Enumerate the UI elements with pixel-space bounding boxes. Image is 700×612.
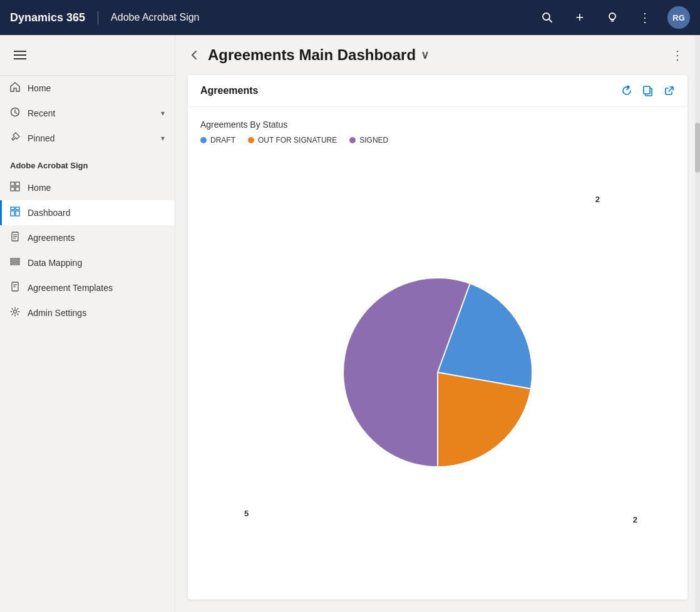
sidebar-pinned-label: Pinned [28, 133, 55, 143]
agreement-templates-label: Agreement Templates [28, 283, 113, 293]
legend-signed: SIGNED [349, 136, 388, 145]
search-icon[interactable] [537, 8, 557, 28]
svg-rect-7 [11, 182, 14, 186]
svg-rect-20 [11, 261, 19, 262]
sidebar-item-dashboard[interactable]: Dashboard [0, 200, 175, 225]
card-header: Agreements [188, 75, 687, 107]
sidebar-item-home[interactable]: Home [0, 76, 175, 101]
sidebar-top [0, 35, 175, 76]
admin-settings-label: Admin Settings [28, 308, 86, 318]
recent-icon [10, 107, 20, 120]
legend-out-for-signature-label: OUT FOR SIGNATURE [258, 136, 337, 145]
chart-area: Agreements By Status DRAFT OUT FOR SIGNA… [188, 107, 687, 599]
main-header: Agreements Main Dashboard ∨ ⋮ [175, 35, 700, 75]
page-title-text: Agreements Main Dashboard [208, 46, 416, 64]
dynamics-title: Dynamics 365 [10, 11, 98, 24]
sidebar-item-admin-settings[interactable]: Admin Settings [0, 300, 175, 325]
out-for-sig-value-label: 2 [633, 515, 637, 524]
sidebar: Home Recent ▾ Pinned ▾ Adobe Acrobat Sig… [0, 35, 175, 612]
signed-value-label: 5 [244, 509, 249, 518]
pie-chart-container: 2 2 5 [200, 157, 675, 587]
sidebar-item-agreement-templates[interactable]: Agreement Templates [0, 275, 175, 300]
copy-button[interactable] [642, 85, 654, 96]
pinned-icon [10, 132, 20, 145]
legend-draft-label: DRAFT [210, 136, 235, 145]
data-mapping-label: Data Mapping [28, 258, 82, 268]
agreements-icon [10, 232, 20, 244]
draft-value-label: 2 [595, 195, 600, 204]
svg-rect-19 [11, 258, 19, 260]
agreements-label: Agreements [28, 233, 75, 243]
page-title: Agreements Main Dashboard ∨ [208, 46, 429, 64]
svg-rect-9 [11, 187, 14, 191]
card-title: Agreements [200, 85, 258, 96]
top-navigation: Dynamics 365 Adobe Acrobat Sign + ⋮ RG [0, 0, 700, 35]
svg-point-2 [609, 13, 615, 19]
pinned-chevron-icon: ▾ [161, 134, 165, 143]
legend-signed-label: SIGNED [359, 136, 388, 145]
legend-out-for-signature-dot [248, 137, 254, 143]
svg-rect-21 [11, 263, 19, 265]
header-more-button[interactable]: ⋮ [667, 45, 687, 65]
svg-rect-13 [11, 211, 14, 216]
pie-chart-main [325, 260, 550, 485]
svg-rect-14 [16, 211, 19, 216]
legend-out-for-signature: OUT FOR SIGNATURE [248, 136, 337, 145]
hamburger-button[interactable] [10, 45, 30, 65]
main-header-actions: ⋮ [667, 45, 687, 65]
sidebar-item-pinned[interactable]: Pinned ▾ [0, 126, 175, 151]
app-home-label: Home [28, 183, 51, 193]
sidebar-item-recent[interactable]: Recent ▾ [0, 101, 175, 126]
home-icon [10, 82, 20, 94]
svg-rect-11 [11, 207, 14, 210]
recent-chevron-icon: ▾ [161, 109, 165, 118]
svg-rect-27 [644, 86, 650, 94]
top-nav-icons: + ⋮ RG [537, 6, 690, 29]
refresh-button[interactable] [621, 85, 632, 96]
page-title-chevron-icon[interactable]: ∨ [421, 48, 429, 62]
agreements-card: Agreements [188, 75, 687, 599]
sidebar-section-title: Adobe Acrobat Sign [0, 151, 175, 175]
sidebar-item-agreements[interactable]: Agreements [0, 225, 175, 250]
card-actions [621, 85, 675, 96]
chart-legend: DRAFT OUT FOR SIGNATURE SIGNED [200, 136, 675, 145]
legend-draft-dot [200, 137, 207, 143]
add-icon[interactable]: + [570, 8, 590, 28]
user-avatar[interactable]: RG [667, 6, 690, 29]
app-home-icon [10, 181, 20, 194]
back-button[interactable] [188, 49, 200, 61]
data-mapping-icon [10, 257, 20, 269]
svg-line-1 [549, 19, 552, 23]
ideas-icon[interactable] [602, 8, 622, 28]
sidebar-item-data-mapping[interactable]: Data Mapping [0, 250, 175, 275]
sidebar-home-label: Home [28, 83, 51, 93]
svg-rect-10 [16, 187, 19, 191]
svg-point-25 [14, 310, 17, 314]
legend-draft: DRAFT [200, 136, 235, 145]
admin-settings-icon [10, 307, 20, 319]
agreement-templates-icon [10, 282, 20, 294]
dashboard-label: Dashboard [28, 208, 71, 218]
legend-signed-dot [349, 137, 356, 143]
external-link-button[interactable] [664, 85, 675, 96]
sidebar-item-app-home[interactable]: Home [0, 175, 175, 200]
main-content: Agreements Main Dashboard ∨ ⋮ Agreements [175, 35, 700, 612]
more-options-icon[interactable]: ⋮ [635, 8, 655, 28]
main-layout: Home Recent ▾ Pinned ▾ Adobe Acrobat Sig… [0, 35, 700, 612]
dashboard-icon [10, 207, 20, 219]
svg-rect-8 [16, 182, 19, 186]
svg-rect-12 [16, 207, 19, 210]
module-title: Adobe Acrobat Sign [111, 12, 537, 23]
chart-subtitle: Agreements By Status [200, 120, 675, 130]
sidebar-recent-label: Recent [28, 108, 55, 118]
